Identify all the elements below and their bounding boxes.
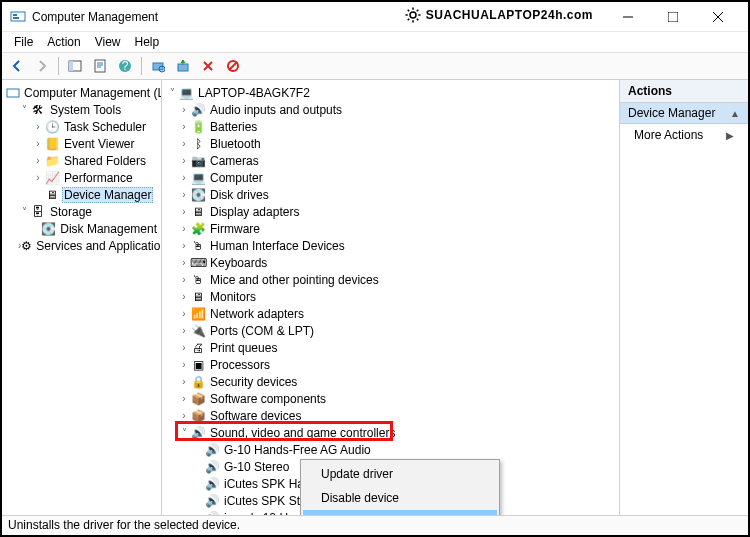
tools-icon: 🛠: [30, 102, 46, 118]
body: Computer Management (Local) ˅🛠System Too…: [2, 80, 748, 515]
properties-button[interactable]: [89, 55, 111, 77]
menu-action[interactable]: Action: [41, 33, 86, 51]
clock-icon: 🕒: [44, 119, 60, 135]
close-button[interactable]: [695, 3, 740, 31]
device-category[interactable]: ›🔋Batteries: [164, 118, 617, 135]
watermark-text: SUACHUALAPTOP24h.com: [426, 8, 593, 22]
device-category[interactable]: ›🖨Print queues: [164, 339, 617, 356]
gear-icon: [404, 6, 422, 24]
svg-rect-7: [95, 60, 105, 72]
tree-disk-management[interactable]: 💽Disk Management: [4, 220, 159, 237]
status-text: Uninstalls the driver for the selected d…: [8, 518, 240, 532]
speaker-icon: 🔊: [190, 425, 206, 441]
device-category[interactable]: ›🔒Security devices: [164, 373, 617, 390]
category-icon: 📷: [190, 153, 206, 169]
folder-icon: 📁: [44, 153, 60, 169]
tree-shared-folders[interactable]: ›📁Shared Folders: [4, 152, 159, 169]
tree-device-manager[interactable]: 🖥Device Manager: [4, 186, 159, 203]
menu-view[interactable]: View: [89, 33, 127, 51]
forward-button[interactable]: [31, 55, 53, 77]
tree-event-viewer[interactable]: ›📒Event Viewer: [4, 135, 159, 152]
services-icon: ⚙: [21, 238, 32, 254]
toolbar-divider: [141, 57, 142, 75]
perf-icon: 📈: [44, 170, 60, 186]
svg-rect-4: [668, 12, 678, 22]
category-icon: 🔋: [190, 119, 206, 135]
svg-rect-1: [11, 12, 25, 21]
disable-button[interactable]: [222, 55, 244, 77]
scan-button[interactable]: [147, 55, 169, 77]
device-category[interactable]: ›🖱Human Interface Devices: [164, 237, 617, 254]
device-category[interactable]: ›🖥Monitors: [164, 288, 617, 305]
category-icon: 💽: [190, 187, 206, 203]
app-icon: [10, 9, 26, 25]
device-category[interactable]: ›▣Processors: [164, 356, 617, 373]
device-category[interactable]: ›🖱Mice and other pointing devices: [164, 271, 617, 288]
device-root[interactable]: ˅💻LAPTOP-4BAGK7F2: [164, 84, 617, 101]
device-category[interactable]: ›🖥Display adapters: [164, 203, 617, 220]
tree-task-scheduler[interactable]: ›🕒Task Scheduler: [4, 118, 159, 135]
svg-rect-12: [178, 64, 188, 71]
svg-text:?: ?: [122, 59, 129, 73]
speaker-icon: 🔊: [204, 442, 220, 458]
help-button[interactable]: ?: [114, 55, 136, 77]
actions-more[interactable]: More Actions ▶: [620, 124, 748, 146]
update-driver-button[interactable]: [172, 55, 194, 77]
maximize-button[interactable]: [650, 3, 695, 31]
uninstall-button[interactable]: [197, 55, 219, 77]
device-category[interactable]: ›📦Software components: [164, 390, 617, 407]
device-category[interactable]: ›🔌Ports (COM & LPT): [164, 322, 617, 339]
pc-icon: 💻: [178, 85, 194, 101]
back-button[interactable]: [6, 55, 28, 77]
computer-management-window: SUACHUALAPTOP24h.com Computer Management…: [0, 0, 750, 537]
tree-storage[interactable]: ˅🗄Storage: [4, 203, 159, 220]
ctx-disable-device[interactable]: Disable device: [303, 486, 497, 510]
category-icon: 🖥: [190, 204, 206, 220]
sound-device[interactable]: 🔊G-10 Hands-Free AG Audio: [164, 441, 617, 458]
tree-performance[interactable]: ›📈Performance: [4, 169, 159, 186]
minimize-button[interactable]: [605, 3, 650, 31]
collapse-icon: ▲: [730, 108, 740, 119]
device-category[interactable]: ›💽Disk drives: [164, 186, 617, 203]
toolbar-divider: [58, 57, 59, 75]
device-category[interactable]: ›📶Network adapters: [164, 305, 617, 322]
actions-header: Actions: [620, 80, 748, 103]
category-icon: ▣: [190, 357, 206, 373]
category-sound[interactable]: ˅🔊Sound, video and game controllers: [164, 424, 617, 441]
category-icon: ⌨: [190, 255, 206, 271]
ctx-update-driver[interactable]: Update driver: [303, 462, 497, 486]
device-category[interactable]: ›🔊Audio inputs and outputs: [164, 101, 617, 118]
device-manager-icon: 🖥: [44, 187, 60, 203]
watermark: SUACHUALAPTOP24h.com: [404, 6, 593, 24]
menu-bar: File Action View Help: [2, 32, 748, 52]
tree-root[interactable]: Computer Management (Local): [4, 84, 159, 101]
svg-rect-2: [13, 14, 17, 16]
title-bar: Computer Management: [2, 2, 748, 32]
device-category[interactable]: ›📷Cameras: [164, 152, 617, 169]
event-icon: 📒: [44, 136, 60, 152]
device-category[interactable]: ›⌨Keyboards: [164, 254, 617, 271]
show-hide-tree-button[interactable]: [64, 55, 86, 77]
device-category[interactable]: ›💻Computer: [164, 169, 617, 186]
menu-file[interactable]: File: [8, 33, 39, 51]
disk-icon: 💽: [41, 221, 56, 237]
svg-point-0: [410, 12, 416, 18]
category-icon: 🖱: [190, 272, 206, 288]
ctx-uninstall-device[interactable]: Uninstall device: [303, 510, 497, 515]
device-category[interactable]: ›🧩Firmware: [164, 220, 617, 237]
device-category[interactable]: ›📦Software devices: [164, 407, 617, 424]
tree-services[interactable]: ›⚙Services and Applications: [4, 237, 159, 254]
category-icon: 🖨: [190, 340, 206, 356]
menu-help[interactable]: Help: [129, 33, 166, 51]
chevron-right-icon: ▶: [726, 130, 734, 141]
actions-subheader[interactable]: Device Manager ▲: [620, 103, 748, 124]
device-tree-pane[interactable]: ˅💻LAPTOP-4BAGK7F2 ›🔊Audio inputs and out…: [162, 80, 619, 515]
category-icon: 📦: [190, 408, 206, 424]
status-bar: Uninstalls the driver for the selected d…: [2, 515, 748, 535]
left-tree-pane[interactable]: Computer Management (Local) ˅🛠System Too…: [2, 80, 162, 515]
actions-pane: Actions Device Manager ▲ More Actions ▶: [619, 80, 748, 515]
tree-system-tools[interactable]: ˅🛠System Tools: [4, 101, 159, 118]
device-category[interactable]: ›ᛒBluetooth: [164, 135, 617, 152]
storage-icon: 🗄: [30, 204, 46, 220]
toolbar: ?: [2, 52, 748, 80]
